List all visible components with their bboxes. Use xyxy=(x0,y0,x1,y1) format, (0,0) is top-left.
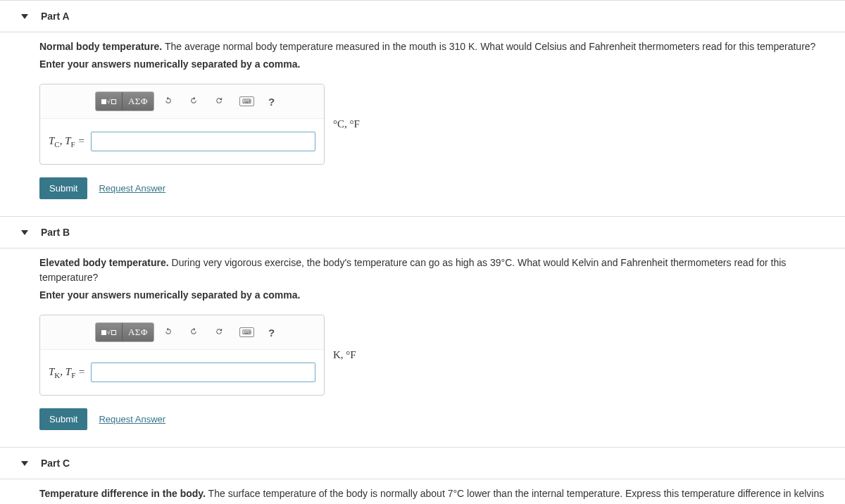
part-a-title: Part A xyxy=(41,11,70,22)
answer-box-a: √ ΑΣΦ ⌨ ? TC, xyxy=(39,84,325,165)
part-b-title: Part B xyxy=(41,227,70,238)
template-button-group: √ ΑΣΦ xyxy=(95,92,154,111)
templates-button[interactable]: √ xyxy=(96,92,123,111)
template-button-group: √ ΑΣΦ xyxy=(95,322,154,342)
redo-icon xyxy=(189,96,200,107)
answer-input-b[interactable] xyxy=(91,363,315,382)
part-b-instruction: Enter your answers numerically separated… xyxy=(39,289,831,301)
part-c-body: Temperature difference in the body. The … xyxy=(0,479,845,504)
collapse-icon xyxy=(21,230,28,235)
submit-button-b[interactable]: Submit xyxy=(39,408,87,430)
greek-button[interactable]: ΑΣΦ xyxy=(123,323,154,341)
help-button[interactable]: ? xyxy=(263,92,280,111)
undo-button[interactable] xyxy=(158,92,180,111)
equation-toolbar: √ ΑΣΦ ⌨ ? xyxy=(40,315,324,350)
part-b: Part B xyxy=(0,216,845,248)
part-a-header[interactable]: Part A xyxy=(0,1,845,32)
keyboard-icon: ⌨ xyxy=(239,327,254,337)
reset-icon xyxy=(214,96,225,107)
units-label-a: °C, °F xyxy=(333,118,360,130)
part-c-header[interactable]: Part C xyxy=(0,448,845,479)
greek-button[interactable]: ΑΣΦ xyxy=(123,92,154,111)
variable-label-a: TC, TF = xyxy=(49,135,85,149)
collapse-icon xyxy=(21,461,28,466)
units-label-b: K, °F xyxy=(333,349,356,361)
keyboard-button[interactable]: ⌨ xyxy=(234,324,259,341)
collapse-icon xyxy=(21,14,28,19)
part-c-prompt: Temperature difference in the body. The … xyxy=(39,486,831,504)
part-b-body: Elevated body temperature. During very v… xyxy=(0,248,845,447)
prompt-bold: Normal body temperature. xyxy=(39,41,162,52)
answer-input-a[interactable] xyxy=(91,132,315,151)
request-answer-b[interactable]: Request Answer xyxy=(99,414,165,424)
reset-button[interactable] xyxy=(209,92,230,111)
keyboard-button[interactable]: ⌨ xyxy=(234,93,259,110)
templates-button[interactable]: √ xyxy=(96,323,123,341)
help-button[interactable]: ? xyxy=(263,323,280,342)
answer-box-b: √ ΑΣΦ ⌨ ? TK, TF = xyxy=(39,315,325,396)
part-b-header[interactable]: Part B xyxy=(0,217,845,248)
redo-button[interactable] xyxy=(184,92,205,111)
submit-button-a[interactable]: Submit xyxy=(39,177,87,199)
part-c-title: Part C xyxy=(41,458,70,469)
undo-icon xyxy=(163,96,175,107)
part-a-instruction: Enter your answers numerically separated… xyxy=(39,58,831,70)
equation-toolbar: √ ΑΣΦ ⌨ ? xyxy=(40,84,324,119)
undo-button[interactable] xyxy=(158,323,180,341)
redo-icon xyxy=(189,327,200,338)
variable-label-b: TK, TF = xyxy=(49,366,85,379)
request-answer-a[interactable]: Request Answer xyxy=(99,183,165,194)
part-b-prompt: Elevated body temperature. During very v… xyxy=(39,256,831,285)
part-a-prompt: Normal body temperature. The average nor… xyxy=(39,39,831,54)
prompt-bold: Elevated body temperature. xyxy=(39,257,169,268)
redo-button[interactable] xyxy=(184,323,205,341)
prompt-text: The average normal body temperature meas… xyxy=(162,41,815,52)
reset-icon xyxy=(214,327,225,338)
undo-icon xyxy=(163,327,175,338)
part-a: Part A xyxy=(0,0,845,32)
part-c: Part C xyxy=(0,447,845,479)
reset-button[interactable] xyxy=(209,323,230,341)
keyboard-icon: ⌨ xyxy=(239,96,254,106)
prompt-bold: Temperature difference in the body. xyxy=(39,488,206,499)
part-a-body: Normal body temperature. The average nor… xyxy=(0,32,845,216)
